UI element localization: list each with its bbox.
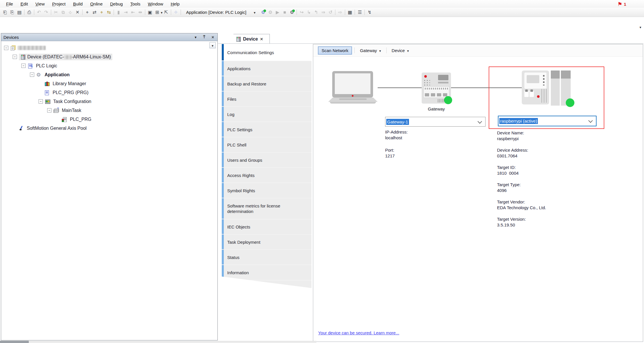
redo-icon[interactable]: ↷ [43,9,50,16]
panel-menu-dropdown-icon[interactable] [193,35,198,39]
tab-task-deployment[interactable]: Task Deployment [222,235,312,250]
tree-item-maintask[interactable]: ⇩ MainTask [1,106,217,115]
bookmark-prev-icon[interactable]: ⇤ [129,9,137,16]
stop-icon[interactable]: ■ [281,9,288,16]
tab-information[interactable]: Information [222,265,312,280]
new-project-icon[interactable]: ⎗ [1,9,9,16]
watch-grid-icon[interactable]: ⁘ [172,9,179,16]
active-application-selector[interactable]: Application [Device: PLC Logic] [184,9,257,15]
sort-order-icon[interactable]: ☰ [356,9,363,16]
replace-in-project-icon[interactable]: ⇆ [105,9,112,16]
expander-icon[interactable] [47,108,51,113]
scan-network-button[interactable]: Scan Network [318,47,352,54]
gateway-menu-button[interactable]: Gateway [357,47,383,54]
tab-accent [222,153,224,167]
tab-plc-settings[interactable]: PLC Settings [222,122,312,137]
expander-icon[interactable] [4,46,8,50]
tree-item-task-configuration[interactable]: Task Configuration [1,97,217,106]
open-project-icon[interactable]: ⎘ [9,9,16,16]
tree-item-plc-logic[interactable]: ⇩ PLC Logic [1,61,217,70]
online-config-mode-icon[interactable]: ⚙ [288,9,295,16]
copy-icon[interactable]: ⧉ [60,9,67,16]
menu-online[interactable]: Online [86,1,106,7]
menu-file[interactable]: File [2,1,17,7]
reset-icon[interactable]: ↺ [327,9,334,16]
menu-window[interactable]: Window [144,1,167,7]
device-menu-button[interactable]: Device [389,47,412,54]
tab-log[interactable]: Log [222,107,312,122]
save-icon[interactable]: ▤ [16,9,23,16]
tab-iec-objects[interactable]: IEC Objects [222,219,312,235]
gateway-select[interactable]: Gateway-1 [385,117,486,127]
find-in-project-icon[interactable]: ⌖ [98,9,105,16]
tree-item-device[interactable]: Device (EDATEC--ARM64-Linux-SM) [1,52,217,61]
logout-icon[interactable]: ⚙ [267,9,274,16]
tab-device[interactable]: Device [230,34,270,44]
menu-build[interactable]: Build [69,1,86,7]
tab-label: Status [227,255,240,260]
expander-icon[interactable] [30,73,34,77]
menu-view[interactable]: View [32,1,48,7]
tab-status[interactable]: Status [222,250,312,265]
menu-tools[interactable]: Tools [127,1,144,7]
export-icon[interactable]: ⇱ [163,9,170,16]
tab-applications[interactable]: Applications [222,61,312,76]
replace-icon[interactable]: ⇄ [91,9,98,16]
tab-plc-shell[interactable]: PLC Shell [222,137,312,153]
find-icon[interactable]: ⌖ [84,9,91,16]
devices-tree-dropdown[interactable] [209,42,216,48]
bookmark-icon[interactable]: ▮ [115,9,122,16]
bookmark-next-icon[interactable]: ⇥ [122,9,129,16]
tab-label: Information [227,270,249,275]
step-over-icon[interactable]: ↪ [298,9,305,16]
tab-files[interactable]: Files [222,92,312,107]
tab-software-metrics[interactable]: Software metrics for license determinati… [222,198,312,219]
bookmark-clear-icon[interactable]: ⇹ [137,9,144,16]
panel-pin-icon[interactable] [202,35,207,39]
expander-icon[interactable] [39,99,43,104]
tree-item-project[interactable] [1,43,217,52]
device-security-link[interactable]: Your device can be secured. Learn more..… [318,330,399,335]
device-select[interactable]: raspberrypi (active) [498,116,597,126]
menu-edit[interactable]: Edit [17,1,32,7]
expander-icon[interactable] [13,55,17,59]
cut-icon[interactable]: ✂ [52,9,60,16]
login-icon[interactable]: ⚙ [259,9,267,16]
expander-icon[interactable] [21,64,26,68]
menu-debug[interactable]: Debug [106,1,127,7]
build-icon[interactable]: ▣ [146,9,154,16]
start-icon[interactable]: ▶ [274,9,281,16]
gateway-online-indicator [444,96,452,104]
device-online-indicator [566,98,574,107]
tab-users-and-groups[interactable]: Users and Groups [222,153,312,168]
panel-close-icon[interactable] [211,35,215,39]
tab-access-rights[interactable]: Access Rights [222,168,312,183]
print-icon[interactable]: ⎙ [26,9,33,16]
tab-communication-settings[interactable]: Communication Settings [222,44,312,61]
delete-icon[interactable]: ✕ [74,9,81,16]
tree-item-library-manager[interactable]: Library Manager [1,79,217,88]
tree-item-plc-prg[interactable]: PLC_PRG (PRG) [1,88,217,97]
step-out-icon[interactable]: ↰ [312,9,320,16]
menu-project[interactable]: Project [48,1,69,7]
tree-item-application[interactable]: Application [1,70,217,79]
tree-item-softmotion-axis-pool[interactable]: SoftMotion General Axis Pool [1,124,217,133]
undo-icon[interactable]: ↶ [35,9,43,16]
separator [354,47,355,53]
next-error-icon[interactable]: ⇨ [337,9,344,16]
tab-backup-and-restore[interactable]: Backup and Restore [222,76,312,92]
tab-close-icon[interactable] [260,37,263,42]
tabstrip-dropdown[interactable] [638,24,643,29]
tree-item-plc-prg-call[interactable]: PLC_PRG [1,115,217,124]
menu-help[interactable]: Help [167,1,183,7]
toolbar-separator [24,9,24,15]
tab-accent [222,122,224,137]
notification-area[interactable]: 1 [618,1,626,7]
run-to-cursor-icon[interactable]: ⇒ [320,9,327,16]
step-into-icon[interactable]: ↳ [305,9,312,16]
ladder-editor-icon[interactable]: ▦ [346,9,353,16]
tab-symbol-rights[interactable]: Symbol Rights [222,183,312,198]
new-object-icon[interactable]: ⊞ [154,9,161,16]
paste-icon[interactable]: ⎀ [67,9,74,16]
trace-icon[interactable]: ↯ [366,9,373,16]
